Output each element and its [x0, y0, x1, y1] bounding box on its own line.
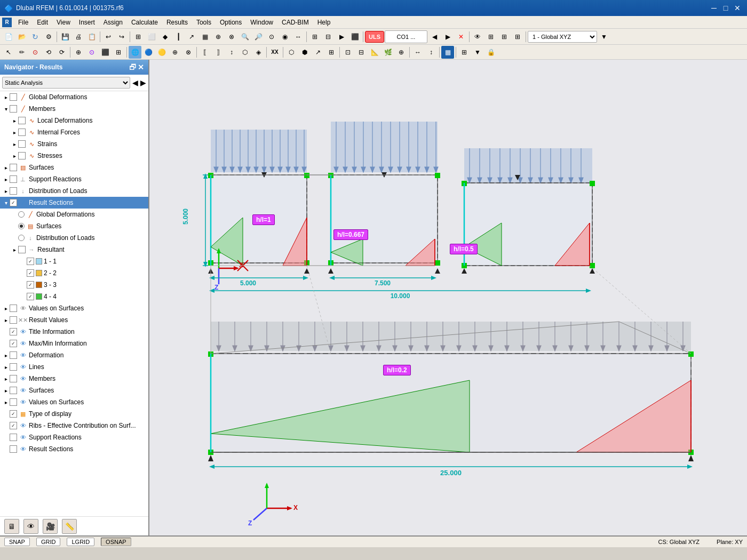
tree-item-values-surf2[interactable]: ▸👁Values on Surfaces	[0, 396, 148, 408]
checkbox-r3-3[interactable]	[27, 281, 34, 289]
tree-item-distrib-loads[interactable]: ▸↓Distribution of Loads	[0, 185, 148, 197]
t2b31[interactable]: ↕	[425, 46, 438, 59]
b6[interactable]: ⊙	[265, 30, 278, 43]
expand-icon[interactable]: ▸	[2, 94, 10, 100]
checkbox-strains[interactable]	[18, 140, 26, 148]
checkbox-stresses[interactable]	[18, 152, 26, 159]
b2[interactable]: ⊕	[212, 30, 225, 43]
radio-rs-surfaces[interactable]	[18, 223, 25, 229]
radio-rs-distrib-loads[interactable]	[18, 235, 25, 241]
undo-button[interactable]: ↩	[102, 30, 115, 43]
tree-item-support-react2[interactable]: 👁Support Reactions	[0, 431, 148, 443]
view1[interactable]: 👁	[471, 30, 484, 43]
expand-icon[interactable]: ▸	[2, 376, 10, 382]
checkbox-result-values[interactable]	[10, 316, 17, 324]
close-button[interactable]: ✕	[732, 3, 743, 13]
checkbox-tree-members[interactable]	[10, 375, 17, 382]
maximize-button[interactable]: □	[720, 3, 731, 13]
checkbox-values-surf2[interactable]	[10, 398, 17, 406]
tree-item-deformation[interactable]: ▸👁Deformation	[0, 349, 148, 361]
checkbox-values-on-surf[interactable]	[10, 305, 17, 312]
tree-item-maxmin-info[interactable]: 👁Max/Min Information	[0, 338, 148, 349]
b4[interactable]: 🔍	[239, 30, 251, 43]
nav-close[interactable]: ✕	[138, 63, 144, 71]
menu-calculate[interactable]: Calculate	[127, 16, 162, 29]
t2b25[interactable]: ⊡	[341, 46, 354, 59]
checkbox-distrib-loads[interactable]	[10, 187, 17, 195]
t2b5[interactable]: ⟳	[55, 46, 68, 59]
tree-item-support-reactions[interactable]: ▸⊥Support Reactions	[0, 173, 148, 185]
b10[interactable]: ⊟	[322, 30, 335, 43]
menu-results[interactable]: Results	[162, 16, 192, 29]
nav-bottom-ruler-icon[interactable]: 📏	[62, 519, 77, 534]
b8[interactable]: ↔	[292, 30, 305, 43]
expand-icon[interactable]: ▸	[2, 177, 10, 182]
node-button[interactable]: ◆	[158, 30, 171, 43]
print2-button[interactable]: 📋	[85, 30, 98, 43]
expand-icon[interactable]: ▸	[11, 247, 18, 253]
nav-next[interactable]: ▶	[441, 30, 454, 43]
checkbox-ribs[interactable]	[10, 422, 17, 429]
checkbox-local-def[interactable]	[18, 117, 26, 124]
menu-options[interactable]: Options	[216, 16, 246, 29]
checkbox-surfaces[interactable]	[10, 164, 17, 171]
menu-insert[interactable]: Insert	[75, 16, 99, 29]
tree-item-surfaces[interactable]: ▸▤Surfaces	[0, 162, 148, 173]
expand-icon[interactable]: ▸	[2, 388, 10, 394]
menu-assign[interactable]: Assign	[99, 16, 127, 29]
tree-item-r2-2[interactable]: 2 - 2	[0, 267, 148, 279]
tree-item-stresses[interactable]: ▸∿Stresses	[0, 150, 148, 162]
grid-button[interactable]: GRID	[36, 538, 61, 546]
refresh-button[interactable]: ↻	[29, 30, 42, 43]
tree-item-members[interactable]: ▾╱Members	[0, 103, 148, 115]
lgrid-button[interactable]: LGRID	[67, 538, 94, 546]
expand-icon[interactable]: ▸	[2, 317, 10, 323]
t2b30[interactable]: ↔	[411, 46, 424, 59]
tree-item-result-sections[interactable]: ▾╱Result Sections	[0, 197, 148, 209]
t2b23[interactable]: ↗	[312, 46, 324, 59]
viewport[interactable]: CO1 - LC1 X Y	[149, 60, 747, 535]
tree-item-local-def[interactable]: ▸∿Local Deformations	[0, 115, 148, 126]
co1-selector[interactable]: CO1 ...	[385, 30, 427, 43]
nav-forward-arrow[interactable]: ▶	[140, 78, 146, 87]
title-controls[interactable]: ─ □ ✕	[709, 3, 743, 13]
expand-icon[interactable]: ▸	[2, 399, 10, 405]
expand-icon[interactable]: ▸	[2, 165, 10, 171]
t2b26[interactable]: ⊟	[355, 46, 368, 59]
tree-item-global-def[interactable]: ▸╱Global Deformations	[0, 91, 148, 103]
load-button[interactable]: ↗	[185, 30, 198, 43]
tree-item-resultant[interactable]: ▸→Resultant	[0, 244, 148, 255]
radio-rs-global-def[interactable]	[18, 211, 25, 218]
open-button[interactable]: 📂	[15, 30, 28, 43]
nav-prev[interactable]: ◀	[428, 30, 441, 43]
print-button[interactable]: 🖨	[72, 30, 85, 43]
tree-item-result-values[interactable]: ▸✕✕Result Values	[0, 314, 148, 326]
expand-icon[interactable]: ▸	[11, 141, 18, 147]
nav-controls[interactable]: 🗗 ✕	[129, 63, 144, 71]
save-button[interactable]: 💾	[59, 30, 71, 43]
tree-item-strains[interactable]: ▸∿Strains	[0, 138, 148, 150]
expand-icon[interactable]: ▸	[2, 364, 10, 370]
tree-item-rs-distrib-loads[interactable]: ↓Distribution of Loads	[0, 232, 148, 244]
t2b29[interactable]: ⊕	[395, 46, 408, 59]
tree-item-ribs[interactable]: 👁Ribs - Effective Contribution on Surf..…	[0, 420, 148, 431]
t2b27[interactable]: 📐	[368, 46, 381, 59]
expand-icon[interactable]: ▸	[11, 153, 18, 159]
tree-item-type-display[interactable]: ▦Type of display	[0, 408, 148, 420]
t2b24[interactable]: ⊞	[325, 46, 338, 59]
b12[interactable]: ⬛	[348, 30, 361, 43]
tree-item-rs-global-def[interactable]: ╱Global Deformations	[0, 209, 148, 220]
t2b34[interactable]: ▼	[471, 46, 484, 59]
checkbox-tree-surfaces[interactable]	[10, 387, 17, 394]
view4[interactable]: ⊞	[511, 30, 524, 43]
t2b21[interactable]: ⬡	[285, 46, 298, 59]
expand-icon[interactable]: ▾	[2, 200, 10, 206]
checkbox-deformation[interactable]	[10, 351, 17, 359]
t2b15[interactable]: ⟦	[198, 46, 211, 59]
tree-item-tree-members[interactable]: ▸👁Members	[0, 373, 148, 385]
member-button[interactable]: ┃	[172, 30, 185, 43]
stop-button[interactable]: ✕	[455, 30, 467, 43]
t2b14[interactable]: ⊗	[182, 46, 195, 59]
t2b18[interactable]: ⬡	[239, 46, 251, 59]
t2b11[interactable]: 🔵	[142, 46, 155, 59]
